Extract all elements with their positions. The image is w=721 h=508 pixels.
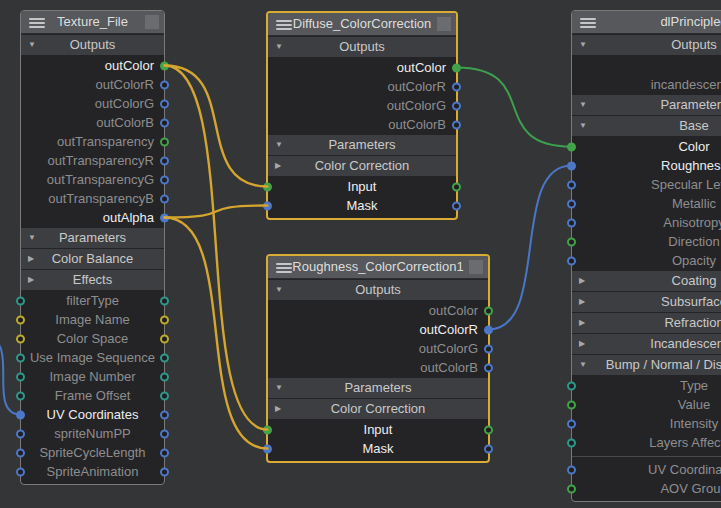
teal-port-icon[interactable] bbox=[160, 372, 169, 381]
green-port-icon[interactable] bbox=[160, 61, 169, 70]
section-refraction[interactable]: ▶Refraction bbox=[572, 313, 721, 333]
green-port-icon[interactable] bbox=[160, 137, 169, 146]
blue-port-icon[interactable] bbox=[263, 444, 272, 453]
section-outputs[interactable]: ▼Outputs bbox=[572, 35, 721, 55]
section-color-correction[interactable]: ▶Color Correction bbox=[268, 399, 488, 419]
blue-port-icon[interactable] bbox=[567, 419, 576, 428]
node-title-bar[interactable]: Texture_File bbox=[21, 11, 164, 34]
section-effects[interactable]: ▶Effects bbox=[21, 270, 164, 290]
green-port-icon[interactable] bbox=[484, 425, 493, 434]
teal-port-icon[interactable] bbox=[160, 296, 169, 305]
green-port-icon[interactable] bbox=[452, 63, 461, 72]
teal-port-icon[interactable] bbox=[160, 391, 169, 400]
triangle-down-icon[interactable]: ▼ bbox=[28, 228, 36, 248]
green-port-icon[interactable] bbox=[263, 425, 272, 434]
blue-port-icon[interactable] bbox=[160, 118, 169, 127]
blue-port-icon[interactable] bbox=[567, 218, 576, 227]
blue-port-icon[interactable] bbox=[484, 444, 493, 453]
triangle-right-icon[interactable]: ▶ bbox=[28, 249, 34, 269]
section-outputs[interactable]: ▼Outputs bbox=[21, 35, 164, 55]
section-base[interactable]: ▼Base bbox=[572, 116, 721, 136]
swatch-icon[interactable] bbox=[469, 260, 483, 274]
triangle-right-icon[interactable]: ▶ bbox=[275, 156, 281, 176]
blue-port-icon[interactable] bbox=[160, 467, 169, 476]
blue-port-icon[interactable] bbox=[160, 429, 169, 438]
green-port-icon[interactable] bbox=[452, 182, 461, 191]
section-coating[interactable]: ▶Coating bbox=[572, 271, 721, 291]
wire[interactable] bbox=[165, 66, 268, 430]
green-port-icon[interactable] bbox=[263, 182, 272, 191]
wire[interactable] bbox=[165, 218, 268, 449]
blue-port-icon[interactable] bbox=[160, 175, 169, 184]
section-subsurface[interactable]: ▶Subsurface bbox=[572, 292, 721, 312]
blue-port-icon[interactable] bbox=[16, 410, 25, 419]
triangle-down-icon[interactable]: ▼ bbox=[275, 378, 283, 398]
blue-port-icon[interactable] bbox=[484, 363, 493, 372]
teal-port-icon[interactable] bbox=[16, 372, 25, 381]
triangle-right-icon[interactable]: ▶ bbox=[579, 313, 585, 333]
triangle-down-icon[interactable]: ▼ bbox=[579, 95, 587, 115]
blue-port-icon[interactable] bbox=[160, 80, 169, 89]
blue-port-icon[interactable] bbox=[452, 120, 461, 129]
triangle-down-icon[interactable]: ▼ bbox=[579, 35, 587, 55]
teal-port-icon[interactable] bbox=[567, 381, 576, 390]
blue-port-icon[interactable] bbox=[567, 161, 576, 170]
swatch-icon[interactable] bbox=[437, 17, 451, 31]
triangle-right-icon[interactable]: ▶ bbox=[28, 270, 34, 290]
section-parameters[interactable]: ▼Parameters bbox=[268, 378, 488, 398]
section-bump-normal-displacement[interactable]: ▼Bump / Normal / Displacement bbox=[572, 355, 721, 375]
green-port-icon[interactable] bbox=[567, 484, 576, 493]
blue-port-icon[interactable] bbox=[160, 156, 169, 165]
blue-port-icon[interactable] bbox=[567, 180, 576, 189]
blue-port-icon[interactable] bbox=[567, 256, 576, 265]
yellow-port-icon[interactable] bbox=[160, 334, 169, 343]
triangle-down-icon[interactable]: ▼ bbox=[579, 355, 587, 375]
blue-port-icon[interactable] bbox=[484, 344, 493, 353]
blue-port-icon[interactable] bbox=[160, 448, 169, 457]
wire[interactable] bbox=[457, 68, 572, 147]
blue-port-icon[interactable] bbox=[567, 199, 576, 208]
blue-port-icon[interactable] bbox=[16, 429, 25, 438]
yellow-port-icon[interactable] bbox=[160, 315, 169, 324]
green-port-icon[interactable] bbox=[567, 237, 576, 246]
blue-port-icon[interactable] bbox=[567, 465, 576, 474]
node-texture-file[interactable]: Texture_File▼OutputsoutColoroutColorRout… bbox=[20, 10, 165, 485]
node-dlprincipled[interactable]: dlPrincipled▼OutputsoutColorincandescenc… bbox=[571, 10, 721, 502]
wire[interactable] bbox=[165, 66, 268, 187]
section-outputs[interactable]: ▼Outputs bbox=[268, 280, 488, 300]
blue-port-icon[interactable] bbox=[452, 201, 461, 210]
triangle-down-icon[interactable]: ▼ bbox=[579, 116, 587, 136]
triangle-down-icon[interactable]: ▼ bbox=[275, 280, 283, 300]
section-outputs[interactable]: ▼Outputs bbox=[268, 37, 456, 57]
green-port-icon[interactable] bbox=[567, 142, 576, 151]
triangle-right-icon[interactable]: ▶ bbox=[275, 399, 281, 419]
blue-port-icon[interactable] bbox=[484, 325, 493, 334]
teal-port-icon[interactable] bbox=[160, 353, 169, 362]
blue-port-icon[interactable] bbox=[160, 410, 169, 419]
node-title-bar[interactable]: dlPrincipled bbox=[572, 11, 721, 34]
teal-port-icon[interactable] bbox=[16, 353, 25, 362]
triangle-down-icon[interactable]: ▼ bbox=[28, 35, 36, 55]
section-color-correction[interactable]: ▶Color Correction bbox=[268, 156, 456, 176]
yellow-port-icon[interactable] bbox=[16, 334, 25, 343]
node-roughness-colorcorrection1[interactable]: Roughness_ColorCorrection1▼OutputsoutCol… bbox=[266, 254, 490, 463]
wire[interactable] bbox=[489, 166, 572, 330]
blue-port-icon[interactable] bbox=[16, 467, 25, 476]
triangle-right-icon[interactable]: ▶ bbox=[579, 271, 585, 291]
blue-port-icon[interactable] bbox=[160, 213, 169, 222]
node-diffuse-colorcorrection[interactable]: Diffuse_ColorCorrection▼OutputsoutColoro… bbox=[266, 11, 458, 220]
green-port-icon[interactable] bbox=[484, 306, 493, 315]
green-port-icon[interactable] bbox=[567, 400, 576, 409]
section-parameters[interactable]: ▼Parameters bbox=[268, 135, 456, 155]
blue-port-icon[interactable] bbox=[160, 99, 169, 108]
triangle-right-icon[interactable]: ▶ bbox=[579, 292, 585, 312]
blue-port-icon[interactable] bbox=[160, 194, 169, 203]
blue-port-icon[interactable] bbox=[263, 201, 272, 210]
teal-port-icon[interactable] bbox=[16, 296, 25, 305]
node-editor-canvas[interactable]: Texture_File▼OutputsoutColoroutColorRout… bbox=[0, 0, 721, 508]
teal-port-icon[interactable] bbox=[16, 391, 25, 400]
triangle-down-icon[interactable]: ▼ bbox=[275, 37, 283, 57]
section-incandescence[interactable]: ▶Incandescence bbox=[572, 334, 721, 354]
section-parameters[interactable]: ▼Parameters bbox=[21, 228, 164, 248]
triangle-down-icon[interactable]: ▼ bbox=[275, 135, 283, 155]
